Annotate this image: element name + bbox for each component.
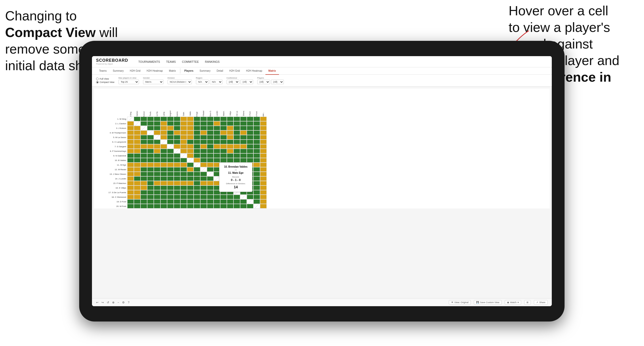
heatmap-cell[interactable]: [187, 121, 194, 126]
heatmap-cell[interactable]: [154, 158, 160, 163]
heatmap-cell[interactable]: [247, 158, 253, 163]
heatmap-cell[interactable]: [253, 135, 260, 140]
heatmap-cell[interactable]: [167, 163, 174, 167]
full-view-radio[interactable]: [96, 78, 99, 80]
settings-icon[interactable]: ⚙: [122, 301, 125, 304]
heatmap-cell[interactable]: [160, 144, 167, 149]
heatmap-cell[interactable]: [140, 135, 147, 140]
heatmap-cell[interactable]: [207, 190, 214, 195]
heatmap-cell[interactable]: [207, 163, 214, 167]
heatmap-cell[interactable]: [240, 117, 247, 121]
heatmap-cell[interactable]: [240, 195, 247, 199]
heatmap-cell[interactable]: [140, 163, 147, 167]
heatmap-cell[interactable]: [194, 153, 200, 158]
heatmap-cell[interactable]: [240, 144, 247, 149]
heatmap-cell[interactable]: [127, 130, 134, 135]
heatmap-cell[interactable]: [167, 135, 174, 140]
heatmap-cell[interactable]: [134, 117, 140, 121]
subnav-players-matrix[interactable]: Matrix: [265, 67, 279, 75]
heatmap-cell[interactable]: [253, 163, 260, 167]
heatmap-cell[interactable]: [260, 144, 267, 149]
heatmap-cell[interactable]: [167, 130, 174, 135]
heatmap-cell[interactable]: [207, 186, 214, 190]
heatmap-cell[interactable]: [200, 172, 207, 176]
heatmap-cell[interactable]: [214, 204, 220, 208]
heatmap-cell[interactable]: [253, 140, 260, 144]
heatmap-cell[interactable]: [194, 144, 200, 149]
heatmap-cell[interactable]: [154, 126, 160, 130]
heatmap-cell[interactable]: [200, 186, 207, 190]
heatmap-cell[interactable]: [240, 121, 247, 126]
heatmap-cell[interactable]: [147, 153, 154, 158]
heatmap-cell[interactable]: [174, 190, 180, 195]
heatmap-cell[interactable]: [247, 130, 253, 135]
heatmap-cell[interactable]: [260, 167, 267, 172]
heatmap-cell[interactable]: [134, 126, 140, 130]
heatmap-cell[interactable]: [134, 204, 140, 208]
heatmap-cell[interactable]: [134, 181, 140, 186]
heatmap-cell[interactable]: [260, 172, 267, 176]
heatmap-cell[interactable]: [207, 167, 214, 172]
heatmap-cell[interactable]: [127, 167, 134, 172]
heatmap-cell[interactable]: [207, 121, 214, 126]
heatmap-cell[interactable]: [214, 140, 220, 144]
heatmap-cell[interactable]: [194, 149, 200, 153]
heatmap-cell[interactable]: [160, 158, 167, 163]
heatmap-cell[interactable]: [247, 117, 253, 121]
heatmap-cell[interactable]: [160, 149, 167, 153]
heatmap-cell[interactable]: [200, 130, 207, 135]
heatmap-cell[interactable]: [214, 199, 220, 204]
heatmap-cell[interactable]: [134, 130, 140, 135]
heatmap-cell[interactable]: [240, 135, 247, 140]
heatmap-cell[interactable]: [233, 117, 240, 121]
heatmap-cell[interactable]: [167, 153, 174, 158]
heatmap-cell[interactable]: [253, 176, 260, 181]
heatmap-cell[interactable]: [260, 121, 267, 126]
heatmap-cell[interactable]: [154, 121, 160, 126]
subnav-players-summary[interactable]: Summary: [196, 67, 214, 75]
heatmap-cell[interactable]: [253, 167, 260, 172]
heatmap-cell[interactable]: [134, 135, 140, 140]
heatmap-cell[interactable]: [134, 186, 140, 190]
heatmap-cell[interactable]: [140, 181, 147, 186]
heatmap-cell[interactable]: [174, 176, 180, 181]
heatmap-cell[interactable]: [214, 117, 220, 121]
heatmap-cell[interactable]: [127, 149, 134, 153]
heatmap-cell[interactable]: [253, 144, 260, 149]
heatmap-cell[interactable]: [200, 195, 207, 199]
heatmap-cell[interactable]: [127, 158, 134, 163]
heatmap-cell[interactable]: [174, 117, 180, 121]
heatmap-cell[interactable]: [167, 190, 174, 195]
heatmap-cell[interactable]: [247, 144, 253, 149]
region-select-2[interactable]: N/A: [210, 80, 223, 84]
heatmap-cell[interactable]: [200, 190, 207, 195]
heatmap-cell[interactable]: [187, 153, 194, 158]
heatmap-cell[interactable]: [227, 140, 233, 144]
heatmap-cell[interactable]: [220, 153, 227, 158]
heatmap-cell[interactable]: [167, 144, 174, 149]
heatmap-cell[interactable]: [174, 135, 180, 140]
heatmap-cell[interactable]: [167, 117, 174, 121]
heatmap-cell[interactable]: [174, 149, 180, 153]
heatmap-cell[interactable]: [134, 149, 140, 153]
heatmap-cell[interactable]: [134, 176, 140, 181]
heatmap-cell[interactable]: [247, 195, 253, 199]
heatmap-cell[interactable]: [140, 158, 147, 163]
heatmap-cell[interactable]: [187, 140, 194, 144]
heatmap-cell[interactable]: [247, 135, 253, 140]
heatmap-cell[interactable]: [194, 204, 200, 208]
heatmap-cell[interactable]: [200, 117, 207, 121]
heatmap-cell[interactable]: [187, 195, 194, 199]
heatmap-cell[interactable]: [167, 126, 174, 130]
heatmap-cell[interactable]: [247, 121, 253, 126]
heatmap-cell[interactable]: [140, 167, 147, 172]
heatmap-cell[interactable]: [260, 195, 267, 199]
heatmap-cell[interactable]: [127, 135, 134, 140]
heatmap-cell[interactable]: [167, 172, 174, 176]
heatmap-cell[interactable]: [187, 186, 194, 190]
heatmap-cell[interactable]: [180, 199, 187, 204]
heatmap-cell[interactable]: [253, 195, 260, 199]
heatmap-cell[interactable]: [227, 199, 233, 204]
heatmap-cell[interactable]: [253, 149, 260, 153]
heatmap-cell[interactable]: [260, 181, 267, 186]
